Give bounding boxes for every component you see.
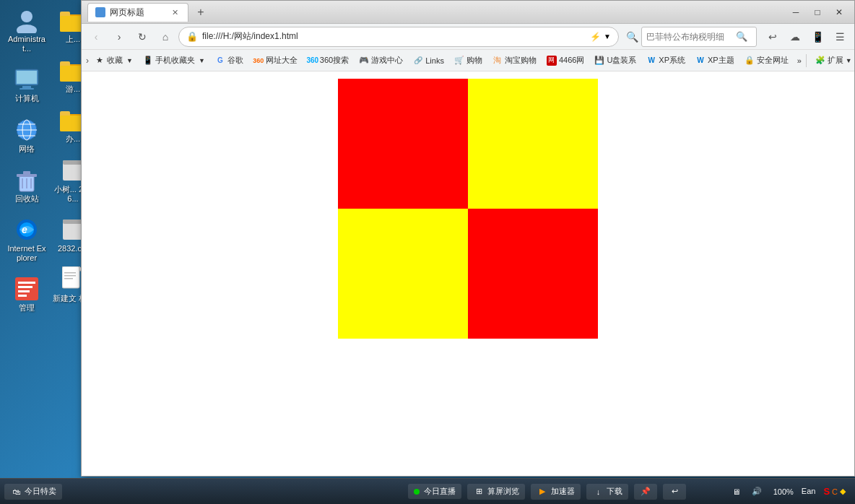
4466-icon: 网 xyxy=(547,56,557,66)
special-offers-label: 今日特卖 xyxy=(25,486,56,497)
svg-rect-22 xyxy=(18,282,35,284)
browser-window: 网页标题 ✕ + ─ □ ✕ ‹ › ↻ ⌂ 🔒 ⚡ ▼ 🔍 🔍 xyxy=(81,0,855,477)
taskbar-screen[interactable]: 🖥 xyxy=(729,486,744,498)
desktop-icon-administrator[interactable]: Administrat... xyxy=(6,7,48,53)
bookmarks-toggle[interactable]: › xyxy=(86,53,89,69)
bookmark-mobile[interactable]: 📱 手机收藏夹 ▼ xyxy=(139,53,209,67)
search-input[interactable] xyxy=(646,32,733,42)
bookmark-security[interactable]: 🔒 安全网址 xyxy=(740,53,793,67)
address-bar[interactable] xyxy=(202,32,586,42)
computer-icon xyxy=(14,66,40,92)
tray-icon-diamond: ◆ xyxy=(840,487,846,496)
google-icon: G xyxy=(215,56,225,66)
bookmark-taobao-label: 淘宝购物 xyxy=(505,55,537,66)
search-bar-container[interactable]: 🔍 xyxy=(641,27,757,47)
desktop-icons-left: Administrat... 计算机 网络 xyxy=(6,7,48,313)
bookmark-4466[interactable]: 网 4466网 xyxy=(542,53,589,67)
taskbar-back[interactable]: ↩ xyxy=(663,484,686,500)
window-minimize-button[interactable]: ─ xyxy=(786,5,805,19)
taskbar-zoom[interactable]: 100% xyxy=(770,486,797,498)
taskbar-right: 🖥 🔊 100% Ean S C ◆ xyxy=(729,485,855,498)
bookmark-xptheme[interactable]: W XP主题 xyxy=(691,53,739,67)
tab-close-button[interactable]: ✕ xyxy=(169,6,181,18)
live-icon xyxy=(414,489,420,495)
desktop-icon-recycle[interactable]: 回收站 xyxy=(6,167,48,204)
taskbar-live[interactable]: 今日直播 xyxy=(408,484,461,499)
svg-rect-21 xyxy=(15,277,38,300)
speed-icon: ▶ xyxy=(537,486,548,498)
bookmark-mobile-label: 手机收藏夹 xyxy=(155,55,195,66)
back-button[interactable]: ‹ xyxy=(86,27,106,47)
refresh-button[interactable]: ↻ xyxy=(132,27,152,47)
taskbar-volume[interactable]: 🔊 xyxy=(748,485,765,498)
forward-button[interactable]: › xyxy=(109,27,129,47)
bookmark-links-label: Links xyxy=(425,56,444,65)
bookmark-links[interactable]: 🔗 Links xyxy=(409,54,448,67)
taskbar-split[interactable]: ⊞ 算屏浏览 xyxy=(467,484,525,500)
bookmark-nav[interactable]: 360 网址大全 xyxy=(249,53,302,67)
svg-rect-24 xyxy=(18,290,30,292)
bookmark-360-label: 360搜索 xyxy=(320,55,349,66)
svg-rect-4 xyxy=(22,86,31,88)
browser-content xyxy=(82,71,854,476)
bookmark-udisk-label: U盘装系 xyxy=(607,55,636,66)
svg-rect-43 xyxy=(64,278,73,279)
browser-tab-active[interactable]: 网页标题 ✕ xyxy=(87,3,188,22)
bookmark-udisk[interactable]: 💾 U盘装系 xyxy=(590,53,641,67)
network-icon xyxy=(14,117,40,143)
home-button[interactable]: ⌂ xyxy=(155,27,175,47)
tab-label: 网页标题 xyxy=(110,6,144,19)
screen-icon: 🖥 xyxy=(732,487,740,496)
desktop-icon-manage[interactable]: 管理 xyxy=(6,276,48,313)
extension-button[interactable]: 🧩 扩展 ▼ xyxy=(811,53,854,67)
taskbar-speed[interactable]: ▶ 加速器 xyxy=(531,484,581,500)
extension-arrow: ▼ xyxy=(846,57,852,64)
taskbar-download[interactable]: ↓ 下载 xyxy=(586,484,628,500)
undo-button[interactable]: ↩ xyxy=(763,27,783,47)
menu-button[interactable]: ☰ xyxy=(830,27,850,47)
bookmark-360search[interactable]: 360 360搜索 xyxy=(303,53,353,67)
search-submit-icon[interactable]: 🔍 xyxy=(736,31,747,42)
bookmark-4466-label: 4466网 xyxy=(559,55,584,66)
taskbar-pin[interactable]: 📌 xyxy=(634,484,657,500)
more-dots-icon: » xyxy=(797,56,802,65)
bookmark-xpsys[interactable]: W XP系统 xyxy=(642,53,690,67)
img-label: 上... xyxy=(66,35,80,44)
cloud-button[interactable]: ☁ xyxy=(785,27,805,47)
xptheme-icon: W xyxy=(695,56,706,66)
taskbar-center: 今日直播 ⊞ 算屏浏览 ▶ 加速器 ↓ 下载 📌 ↩ xyxy=(366,484,728,500)
zoom-label: 100% xyxy=(773,487,794,496)
window-close-button[interactable]: ✕ xyxy=(830,5,849,19)
shop-icon: 🛒 xyxy=(454,56,464,66)
taskbar-tray-icons[interactable]: S C ◆ xyxy=(820,485,849,498)
checker-cell-3 xyxy=(468,209,598,339)
computer-label: 计算机 xyxy=(15,94,39,103)
bookmarks-more-button[interactable]: » xyxy=(794,55,804,66)
desktop-icon-ie[interactable]: e Internet Explorer xyxy=(6,217,48,263)
bookmark-favorites[interactable]: ★ 收藏 ▼ xyxy=(90,53,137,67)
bookmark-nav-label: 网址大全 xyxy=(266,55,298,66)
window-maximize-button[interactable]: □ xyxy=(808,5,827,19)
bookmark-shop[interactable]: 🛒 购物 xyxy=(450,53,487,67)
svg-rect-5 xyxy=(19,88,34,90)
bookmark-game[interactable]: 🎮 游戏中心 xyxy=(355,53,407,67)
window-controls: ─ □ ✕ xyxy=(786,5,849,19)
dropdown-icon[interactable]: ▼ xyxy=(604,32,611,40)
bag-icon: 🛍 xyxy=(10,486,22,498)
tab-favicon xyxy=(95,7,105,17)
recycle-icon xyxy=(14,167,40,193)
browser-toolbar-right: 🧩 扩展 ▼ xyxy=(806,53,854,67)
manage-icon xyxy=(14,276,40,302)
360search-icon: 360 xyxy=(308,56,318,66)
split-screen-icon: ⊞ xyxy=(473,486,485,498)
desktop-icon-computer[interactable]: 计算机 xyxy=(6,66,48,103)
star-icon: ★ xyxy=(95,56,105,66)
bookmark-google[interactable]: G 谷歌 xyxy=(211,53,248,67)
taskbar-special-offers[interactable]: 🛍 今日特卖 xyxy=(4,484,62,500)
speed-label: 加速器 xyxy=(551,486,575,497)
new-tab-button[interactable]: + xyxy=(191,3,210,22)
desktop-icon-network[interactable]: 网络 xyxy=(6,117,48,154)
bookmark-taobao[interactable]: 淘 淘宝购物 xyxy=(488,53,541,67)
device-button[interactable]: 📱 xyxy=(807,27,828,47)
address-bar-container[interactable]: 🔒 ⚡ ▼ xyxy=(178,27,619,47)
